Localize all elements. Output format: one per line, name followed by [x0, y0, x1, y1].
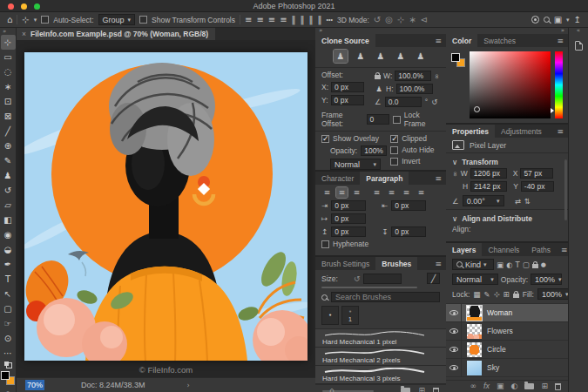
- eye-icon[interactable]: [449, 365, 458, 370]
- maintain-aspect-icon[interactable]: ∞: [433, 73, 441, 79]
- justify-last-right-icon[interactable]: ≡: [401, 187, 412, 198]
- status-options-icon[interactable]: ›: [187, 382, 190, 389]
- show-transform-controls-checkbox[interactable]: [139, 16, 147, 24]
- layer-thumbnail[interactable]: [467, 324, 482, 339]
- zoom-level-field[interactable]: 70%: [25, 380, 44, 390]
- align-text-right-icon[interactable]: ≡: [351, 187, 362, 198]
- zoom-tool[interactable]: ⊙: [1, 331, 16, 346]
- document-tab[interactable]: × FileInfo.com Example.psd @ 70% (Woman,…: [17, 28, 215, 40]
- reset-transform-icon[interactable]: ↺: [431, 98, 437, 106]
- tab-character[interactable]: Character: [315, 172, 360, 185]
- foreground-color-swatch[interactable]: [451, 53, 460, 62]
- x-position-field[interactable]: 57 px: [520, 168, 553, 179]
- search-brushes-input[interactable]: Search Brushes: [331, 292, 440, 302]
- distribute-vertical-icon[interactable]: ‖: [309, 16, 314, 24]
- panel-menu-icon[interactable]: ≡: [430, 34, 446, 47]
- rotation-dropdown[interactable]: 0.00° ▾: [463, 195, 504, 206]
- eye-icon[interactable]: [449, 310, 458, 315]
- justify-last-left-icon[interactable]: ≡: [371, 187, 382, 198]
- clone-source-slot-1[interactable]: ♟: [334, 50, 348, 63]
- brush-list-item[interactable]: Hard Mechanical 3 pixels: [315, 366, 446, 384]
- lock-position-icon[interactable]: ⊹: [493, 290, 499, 299]
- align-text-left-icon[interactable]: ≡: [321, 187, 333, 198]
- crop-tool[interactable]: ⊡: [1, 94, 16, 109]
- opacity-dropdown[interactable]: 100% ▾: [531, 274, 562, 285]
- visibility-cell[interactable]: [446, 341, 462, 358]
- space-before-field[interactable]: 0 px: [331, 226, 366, 237]
- new-group-icon[interactable]: [524, 383, 534, 389]
- collapse-panels-icon[interactable]: »: [315, 28, 446, 34]
- brush-group-tile[interactable]: • 1: [341, 306, 359, 325]
- foreground-color-swatch[interactable]: [1, 371, 10, 380]
- eraser-tool[interactable]: ▱: [1, 198, 16, 213]
- layer-name[interactable]: Woman: [487, 308, 512, 317]
- pen-tool[interactable]: ✒: [1, 257, 16, 272]
- layer-thumbnail[interactable]: [467, 361, 482, 375]
- panel-menu-icon[interactable]: ≡: [552, 125, 568, 138]
- frame-tool[interactable]: ⊠: [1, 109, 16, 124]
- section-chevron-icon[interactable]: ∨: [452, 158, 457, 166]
- justify-all-icon[interactable]: ≡: [416, 187, 427, 198]
- space-after-field[interactable]: 0 px: [391, 226, 426, 237]
- offset-y-field[interactable]: 0 px: [331, 95, 364, 105]
- expand-panels-icon[interactable]: «: [573, 28, 584, 34]
- filter-type-layers-icon[interactable]: T: [515, 260, 519, 269]
- color-picker-cursor[interactable]: [474, 106, 480, 112]
- clone-source-slot-2[interactable]: ♟: [354, 50, 368, 63]
- tab-swatches[interactable]: Swatches: [477, 34, 522, 47]
- visibility-cell[interactable]: [446, 359, 462, 376]
- lock-frame-checkbox[interactable]: [393, 116, 401, 124]
- section-chevron-icon[interactable]: ∨: [452, 214, 457, 223]
- eye-icon[interactable]: [449, 347, 458, 352]
- lock-all-icon[interactable]: [513, 294, 519, 298]
- hue-slider[interactable]: [555, 51, 563, 118]
- auto-hide-checkbox[interactable]: [390, 146, 398, 154]
- chevron-down-icon[interactable]: ▾: [566, 17, 570, 24]
- link-dimensions-icon[interactable]: ∞: [451, 171, 459, 177]
- 3d-roll-icon[interactable]: ◎: [385, 16, 393, 24]
- workspace-icon[interactable]: ▣: [554, 16, 562, 24]
- filter-smart-objects-icon[interactable]: [532, 264, 538, 268]
- show-overlay-checkbox[interactable]: [321, 135, 329, 143]
- add-layer-mask-icon[interactable]: ▣: [497, 382, 504, 390]
- distribute-horizontal-icon[interactable]: ‖: [292, 16, 296, 24]
- auto-select-dropdown[interactable]: Group ▾: [98, 14, 136, 25]
- lasso-tool[interactable]: ◌: [1, 64, 16, 79]
- align-top-icon[interactable]: ≡: [280, 16, 287, 24]
- foreground-background-swatches[interactable]: [1, 371, 15, 385]
- layer-name[interactable]: Flowers: [487, 327, 513, 335]
- gradient-tool[interactable]: ◧: [1, 213, 16, 227]
- move-tool-preset-icon[interactable]: ⊹: [22, 16, 29, 24]
- layer-row-flowers[interactable]: Flowers: [446, 322, 568, 341]
- history-brush-tool[interactable]: ↺: [1, 183, 16, 198]
- canvas-area[interactable]: © FileInfo.com: [17, 40, 315, 377]
- justify-last-center-icon[interactable]: ≡: [386, 187, 397, 198]
- visibility-cell[interactable]: [446, 322, 462, 340]
- tab-brushes[interactable]: Brushes: [375, 257, 417, 270]
- 3d-slide-icon[interactable]: ∗: [409, 16, 416, 24]
- hyphenate-checkbox[interactable]: [321, 240, 329, 248]
- new-group-icon[interactable]: [401, 388, 410, 392]
- scale-w-field[interactable]: 100.0%: [395, 71, 431, 81]
- indent-right-field[interactable]: 0 px: [391, 200, 426, 211]
- hue-slider-arrow[interactable]: [551, 108, 554, 113]
- account-icon[interactable]: [531, 16, 539, 24]
- delete-layer-icon[interactable]: [555, 383, 561, 390]
- close-tab-icon[interactable]: ×: [22, 30, 26, 38]
- color-panel-swatches[interactable]: [451, 53, 465, 67]
- indent-first-line-field[interactable]: 0 px: [331, 213, 366, 224]
- clone-source-slot-4[interactable]: ♟: [394, 50, 408, 63]
- quick-mask-icon[interactable]: ◎: [1, 387, 16, 392]
- libraries-icon[interactable]: [575, 41, 583, 51]
- tab-channels[interactable]: Channels: [482, 243, 525, 256]
- layer-thumbnail[interactable]: [467, 306, 482, 321]
- panel-menu-icon[interactable]: ≡: [557, 243, 568, 256]
- frame-offset-field[interactable]: 0: [367, 114, 389, 125]
- width-field[interactable]: 1206 px: [470, 168, 507, 179]
- tab-brush-settings[interactable]: Brush Settings: [315, 257, 375, 270]
- filter-shape-layers-icon[interactable]: ▢: [523, 260, 530, 269]
- default-colors-icon[interactable]: [4, 362, 12, 368]
- layer-row-sky[interactable]: Sky: [446, 359, 568, 377]
- filter-pixel-layers-icon[interactable]: ▣: [497, 260, 504, 269]
- type-tool[interactable]: T: [1, 272, 16, 287]
